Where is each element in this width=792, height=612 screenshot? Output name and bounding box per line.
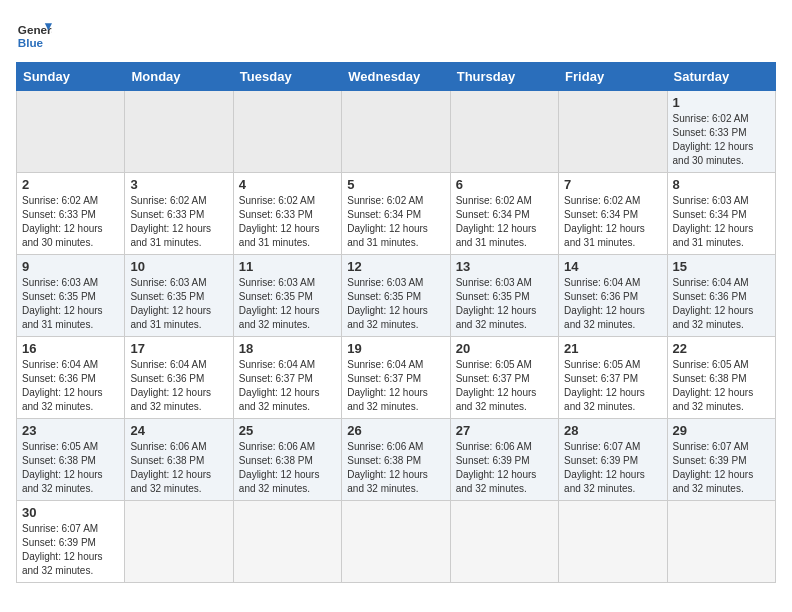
calendar-week-row: 2Sunrise: 6:02 AM Sunset: 6:33 PM Daylig…: [17, 173, 776, 255]
day-info: Sunrise: 6:05 AM Sunset: 6:38 PM Dayligh…: [673, 358, 770, 414]
day-info: Sunrise: 6:02 AM Sunset: 6:33 PM Dayligh…: [130, 194, 227, 250]
day-number: 23: [22, 423, 119, 438]
calendar-day-cell: [233, 501, 341, 583]
day-number: 8: [673, 177, 770, 192]
calendar-day-cell: 24Sunrise: 6:06 AM Sunset: 6:38 PM Dayli…: [125, 419, 233, 501]
calendar-day-cell: [342, 501, 450, 583]
day-number: 20: [456, 341, 553, 356]
day-info: Sunrise: 6:07 AM Sunset: 6:39 PM Dayligh…: [673, 440, 770, 496]
day-number: 6: [456, 177, 553, 192]
day-info: Sunrise: 6:02 AM Sunset: 6:34 PM Dayligh…: [347, 194, 444, 250]
day-number: 21: [564, 341, 661, 356]
day-info: Sunrise: 6:03 AM Sunset: 6:35 PM Dayligh…: [347, 276, 444, 332]
day-number: 13: [456, 259, 553, 274]
day-info: Sunrise: 6:05 AM Sunset: 6:38 PM Dayligh…: [22, 440, 119, 496]
day-info: Sunrise: 6:04 AM Sunset: 6:37 PM Dayligh…: [239, 358, 336, 414]
calendar-week-row: 1Sunrise: 6:02 AM Sunset: 6:33 PM Daylig…: [17, 91, 776, 173]
day-header-friday: Friday: [559, 63, 667, 91]
day-number: 1: [673, 95, 770, 110]
day-info: Sunrise: 6:06 AM Sunset: 6:38 PM Dayligh…: [347, 440, 444, 496]
day-number: 12: [347, 259, 444, 274]
day-info: Sunrise: 6:06 AM Sunset: 6:38 PM Dayligh…: [239, 440, 336, 496]
calendar-day-cell: 29Sunrise: 6:07 AM Sunset: 6:39 PM Dayli…: [667, 419, 775, 501]
day-header-thursday: Thursday: [450, 63, 558, 91]
day-info: Sunrise: 6:04 AM Sunset: 6:36 PM Dayligh…: [564, 276, 661, 332]
calendar-day-cell: 2Sunrise: 6:02 AM Sunset: 6:33 PM Daylig…: [17, 173, 125, 255]
day-number: 28: [564, 423, 661, 438]
calendar-day-cell: 21Sunrise: 6:05 AM Sunset: 6:37 PM Dayli…: [559, 337, 667, 419]
day-number: 22: [673, 341, 770, 356]
day-number: 4: [239, 177, 336, 192]
calendar-day-cell: 19Sunrise: 6:04 AM Sunset: 6:37 PM Dayli…: [342, 337, 450, 419]
calendar-day-cell: [125, 91, 233, 173]
day-header-tuesday: Tuesday: [233, 63, 341, 91]
day-number: 7: [564, 177, 661, 192]
svg-text:Blue: Blue: [18, 36, 44, 49]
calendar-day-cell: 10Sunrise: 6:03 AM Sunset: 6:35 PM Dayli…: [125, 255, 233, 337]
day-number: 11: [239, 259, 336, 274]
calendar-day-cell: [17, 91, 125, 173]
calendar-day-cell: 6Sunrise: 6:02 AM Sunset: 6:34 PM Daylig…: [450, 173, 558, 255]
day-info: Sunrise: 6:07 AM Sunset: 6:39 PM Dayligh…: [564, 440, 661, 496]
day-header-wednesday: Wednesday: [342, 63, 450, 91]
calendar-day-cell: [233, 91, 341, 173]
calendar-day-cell: 11Sunrise: 6:03 AM Sunset: 6:35 PM Dayli…: [233, 255, 341, 337]
day-number: 19: [347, 341, 444, 356]
day-number: 16: [22, 341, 119, 356]
calendar-day-cell: 30Sunrise: 6:07 AM Sunset: 6:39 PM Dayli…: [17, 501, 125, 583]
day-number: 17: [130, 341, 227, 356]
day-info: Sunrise: 6:02 AM Sunset: 6:33 PM Dayligh…: [673, 112, 770, 168]
day-header-saturday: Saturday: [667, 63, 775, 91]
page-header: General Blue: [16, 16, 776, 52]
calendar-header-row: SundayMondayTuesdayWednesdayThursdayFrid…: [17, 63, 776, 91]
calendar-day-cell: 13Sunrise: 6:03 AM Sunset: 6:35 PM Dayli…: [450, 255, 558, 337]
day-number: 2: [22, 177, 119, 192]
calendar-day-cell: 22Sunrise: 6:05 AM Sunset: 6:38 PM Dayli…: [667, 337, 775, 419]
day-info: Sunrise: 6:03 AM Sunset: 6:35 PM Dayligh…: [130, 276, 227, 332]
day-info: Sunrise: 6:04 AM Sunset: 6:37 PM Dayligh…: [347, 358, 444, 414]
calendar-day-cell: [559, 91, 667, 173]
day-info: Sunrise: 6:03 AM Sunset: 6:34 PM Dayligh…: [673, 194, 770, 250]
calendar-day-cell: 1Sunrise: 6:02 AM Sunset: 6:33 PM Daylig…: [667, 91, 775, 173]
calendar-week-row: 9Sunrise: 6:03 AM Sunset: 6:35 PM Daylig…: [17, 255, 776, 337]
day-info: Sunrise: 6:02 AM Sunset: 6:34 PM Dayligh…: [564, 194, 661, 250]
calendar-day-cell: 14Sunrise: 6:04 AM Sunset: 6:36 PM Dayli…: [559, 255, 667, 337]
calendar-week-row: 30Sunrise: 6:07 AM Sunset: 6:39 PM Dayli…: [17, 501, 776, 583]
calendar-day-cell: 20Sunrise: 6:05 AM Sunset: 6:37 PM Dayli…: [450, 337, 558, 419]
day-info: Sunrise: 6:04 AM Sunset: 6:36 PM Dayligh…: [22, 358, 119, 414]
day-info: Sunrise: 6:02 AM Sunset: 6:34 PM Dayligh…: [456, 194, 553, 250]
day-number: 14: [564, 259, 661, 274]
calendar-day-cell: 4Sunrise: 6:02 AM Sunset: 6:33 PM Daylig…: [233, 173, 341, 255]
day-info: Sunrise: 6:03 AM Sunset: 6:35 PM Dayligh…: [456, 276, 553, 332]
day-info: Sunrise: 6:05 AM Sunset: 6:37 PM Dayligh…: [564, 358, 661, 414]
calendar-day-cell: [450, 501, 558, 583]
day-number: 26: [347, 423, 444, 438]
day-info: Sunrise: 6:04 AM Sunset: 6:36 PM Dayligh…: [673, 276, 770, 332]
day-info: Sunrise: 6:03 AM Sunset: 6:35 PM Dayligh…: [22, 276, 119, 332]
calendar-day-cell: 18Sunrise: 6:04 AM Sunset: 6:37 PM Dayli…: [233, 337, 341, 419]
day-info: Sunrise: 6:05 AM Sunset: 6:37 PM Dayligh…: [456, 358, 553, 414]
calendar-day-cell: 17Sunrise: 6:04 AM Sunset: 6:36 PM Dayli…: [125, 337, 233, 419]
day-number: 27: [456, 423, 553, 438]
day-info: Sunrise: 6:06 AM Sunset: 6:39 PM Dayligh…: [456, 440, 553, 496]
day-number: 9: [22, 259, 119, 274]
day-number: 24: [130, 423, 227, 438]
logo: General Blue: [16, 16, 52, 52]
generalblue-logo-icon: General Blue: [16, 16, 52, 52]
calendar-day-cell: [559, 501, 667, 583]
calendar-day-cell: [667, 501, 775, 583]
day-header-monday: Monday: [125, 63, 233, 91]
calendar-day-cell: 8Sunrise: 6:03 AM Sunset: 6:34 PM Daylig…: [667, 173, 775, 255]
calendar-day-cell: [342, 91, 450, 173]
calendar-day-cell: 27Sunrise: 6:06 AM Sunset: 6:39 PM Dayli…: [450, 419, 558, 501]
day-number: 29: [673, 423, 770, 438]
day-info: Sunrise: 6:04 AM Sunset: 6:36 PM Dayligh…: [130, 358, 227, 414]
day-number: 5: [347, 177, 444, 192]
calendar-day-cell: 15Sunrise: 6:04 AM Sunset: 6:36 PM Dayli…: [667, 255, 775, 337]
calendar-day-cell: 9Sunrise: 6:03 AM Sunset: 6:35 PM Daylig…: [17, 255, 125, 337]
calendar-day-cell: [450, 91, 558, 173]
calendar-week-row: 23Sunrise: 6:05 AM Sunset: 6:38 PM Dayli…: [17, 419, 776, 501]
calendar-day-cell: 16Sunrise: 6:04 AM Sunset: 6:36 PM Dayli…: [17, 337, 125, 419]
day-number: 30: [22, 505, 119, 520]
calendar-day-cell: 28Sunrise: 6:07 AM Sunset: 6:39 PM Dayli…: [559, 419, 667, 501]
